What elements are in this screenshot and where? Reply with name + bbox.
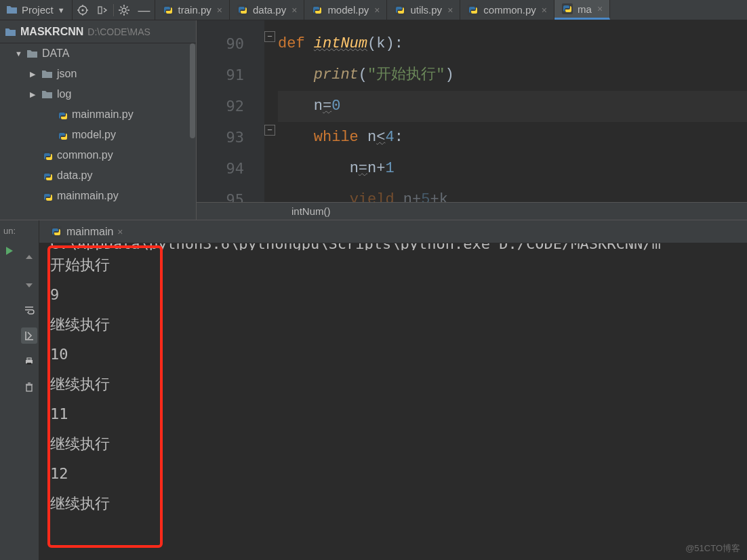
tree-item-label: json xyxy=(57,68,77,80)
tree-item-label: mainmain.py xyxy=(72,108,134,121)
tree-arrow-icon: ▼ xyxy=(15,49,23,58)
clear-button[interactable] xyxy=(21,379,37,395)
py-icon xyxy=(162,4,174,16)
minus-icon: — xyxy=(138,4,150,16)
py-icon xyxy=(57,110,68,119)
code-line: while n<4: xyxy=(278,122,747,153)
file-tab-modelpy[interactable]: model.py × xyxy=(304,0,387,20)
project-root-row[interactable]: MASKRCNN D:\CODE\MAS xyxy=(0,20,196,43)
project-root-name: MASKRCNN xyxy=(20,26,83,38)
fold-column: − − xyxy=(264,20,278,220)
tree-item-modelpy[interactable]: model.py xyxy=(0,125,196,145)
run-side-label: un: xyxy=(3,226,16,236)
project-icon xyxy=(7,5,18,16)
console-line: 12 xyxy=(50,459,736,489)
console-line: C:\AppData\python3.6\pythongpu\Scripts\p… xyxy=(50,243,736,250)
tree-item-label: model.py xyxy=(72,129,116,141)
project-dropdown[interactable]: Project ▼ xyxy=(0,0,73,20)
console-line: 开始执行 xyxy=(50,250,736,280)
console-line: 继续执行 xyxy=(50,429,736,459)
file-tab-trainpy[interactable]: train.py × xyxy=(155,0,230,20)
close-icon[interactable]: × xyxy=(374,5,380,16)
fold-marker[interactable]: − xyxy=(264,125,275,136)
file-tab-label: data.py xyxy=(253,4,286,16)
code-line: def intNum(k): xyxy=(278,28,747,60)
tree-item-label: data.py xyxy=(57,169,92,182)
arrow-down-icon xyxy=(24,279,35,289)
breadcrumb-function: intNum() xyxy=(291,205,331,217)
py-icon xyxy=(50,226,62,238)
close-icon[interactable]: × xyxy=(117,226,123,237)
scroll-to-end-button[interactable] xyxy=(21,327,37,344)
hide-panel-button[interactable]: — xyxy=(134,0,155,20)
tree-item-label: common.py xyxy=(57,149,113,161)
tree-item-mainmainpy[interactable]: mainmain.py xyxy=(0,104,196,125)
up-stack-button[interactable] xyxy=(21,250,37,266)
editor-tab-bar: train.py × data.py × model.py × utils.py… xyxy=(155,0,747,20)
py-icon xyxy=(42,171,53,180)
file-tab-label: common.py xyxy=(483,4,536,16)
file-tab-datapy[interactable]: data.py × xyxy=(230,0,304,20)
project-root-path: D:\CODE\MAS xyxy=(87,26,190,37)
close-icon[interactable]: × xyxy=(597,3,603,14)
tree-item-datapy[interactable]: data.py xyxy=(0,165,196,186)
file-tab-commonpy[interactable]: common.py × xyxy=(460,0,554,20)
tree-item-json[interactable]: ▶ json xyxy=(0,64,196,84)
tree-scrollbar[interactable] xyxy=(189,43,196,220)
locate-target-button[interactable] xyxy=(73,0,93,20)
arrow-up-icon xyxy=(24,253,35,264)
settings-button[interactable] xyxy=(114,0,134,20)
file-tab-ma[interactable]: ma × xyxy=(554,0,610,20)
py-icon xyxy=(57,130,68,140)
run-body: mainmain × C:\AppData\python3.6\pythongp… xyxy=(39,220,747,560)
console-line: 9 xyxy=(50,280,736,310)
close-icon[interactable]: × xyxy=(447,5,453,16)
tree-arrow-icon: ▶ xyxy=(30,70,38,79)
wrap-icon xyxy=(24,304,35,315)
project-dropdown-label: Project xyxy=(22,4,54,16)
main-split: MASKRCNN D:\CODE\MAS ▼ DATA▶ json▶ log m… xyxy=(0,20,747,220)
fold-marker[interactable]: − xyxy=(264,31,275,42)
console-line: 11 xyxy=(50,399,736,429)
tree-item-label: mainmain.py xyxy=(57,190,119,202)
run-tab-label: mainmain xyxy=(66,226,113,238)
close-icon[interactable]: × xyxy=(542,5,547,16)
console-line: 10 xyxy=(50,340,736,369)
soft-wrap-button[interactable] xyxy=(21,302,37,318)
top-toolbar: Project ▼ — train.py × data.py × model.p… xyxy=(0,0,747,20)
code-line: print("开始执行") xyxy=(278,60,747,91)
folder-icon xyxy=(42,89,53,99)
tree-item-mainmainpy[interactable]: mainmain.py xyxy=(0,186,196,206)
editor-breadcrumb[interactable]: intNum() xyxy=(197,202,747,220)
close-icon[interactable]: × xyxy=(217,5,222,16)
py-icon xyxy=(42,191,53,201)
file-tab-label: model.py xyxy=(327,4,369,16)
py-icon xyxy=(311,4,323,16)
target-icon xyxy=(77,5,88,16)
line-gutter: 909192939495 xyxy=(197,20,264,220)
file-tab-label: ma xyxy=(578,3,592,15)
print-button[interactable] xyxy=(21,353,37,369)
tree-item-commonpy[interactable]: common.py xyxy=(0,145,196,165)
py-icon xyxy=(467,4,479,16)
rerun-button[interactable] xyxy=(4,245,15,258)
console-output[interactable]: C:\AppData\python3.6\pythongpu\Scripts\p… xyxy=(39,243,747,560)
code-editor[interactable]: 909192939495 − − def intNum(k): print("开… xyxy=(197,20,747,220)
tree-item-log[interactable]: ▶ log xyxy=(0,84,196,104)
scroll-end-icon xyxy=(24,330,35,341)
py-icon xyxy=(42,151,53,160)
collapse-all-button[interactable] xyxy=(93,0,113,20)
run-panel: un: mainmain × C:\AppData\python3.6\pyth… xyxy=(0,220,747,560)
console-line: 继续执行 xyxy=(50,310,736,340)
toolbar-icons: — xyxy=(73,0,155,20)
console-line: 继续执行 xyxy=(50,489,736,519)
run-tab-mainmain[interactable]: mainmain × xyxy=(45,224,129,239)
file-tab-utilspy[interactable]: utils.py × xyxy=(387,0,460,20)
code-area[interactable]: def intNum(k): print("开始执行") n=0 while n… xyxy=(278,20,747,220)
code-line: n=n+1 xyxy=(278,153,747,184)
tree-item-DATA[interactable]: ▼ DATA xyxy=(0,43,196,64)
down-stack-button[interactable] xyxy=(21,276,37,292)
folder-icon xyxy=(27,49,38,58)
tree-arrow-icon: ▶ xyxy=(30,90,38,99)
close-icon[interactable]: × xyxy=(291,5,297,16)
